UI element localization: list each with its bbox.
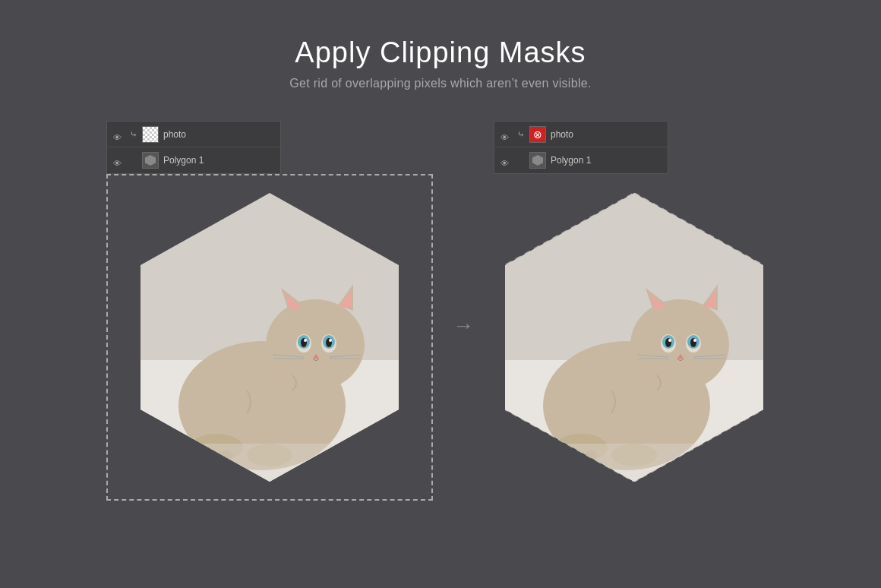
link-icon-right-photo: ⤷ xyxy=(517,129,525,140)
eye-icon-right-photo[interactable] xyxy=(500,130,513,139)
right-hex-wrapper-inner xyxy=(505,193,763,482)
svg-point-42 xyxy=(668,339,671,342)
right-panel: ⤷ photo ⤷ Polygon 1 xyxy=(494,121,775,501)
right-layers-panel: ⤷ photo ⤷ Polygon 1 xyxy=(494,121,668,174)
left-layers-panel: ⤷ photo ⤷ Polygon 1 xyxy=(106,121,281,174)
svg-point-15 xyxy=(329,339,332,342)
main-content: ⤷ photo ⤷ Polygon 1 xyxy=(0,121,881,501)
thumb-photo-left xyxy=(142,126,159,143)
left-layer-name-photo: photo xyxy=(163,129,186,140)
arrow-container: → xyxy=(433,147,494,474)
right-layer-row-polygon[interactable]: ⤷ Polygon 1 xyxy=(494,147,668,173)
right-layer-name-polygon: Polygon 1 xyxy=(551,155,591,166)
thumb-photo-right xyxy=(529,126,546,143)
left-hex-container xyxy=(106,174,433,501)
svg-rect-26 xyxy=(141,444,399,482)
svg-point-3 xyxy=(266,299,365,390)
svg-point-14 xyxy=(304,339,307,342)
svg-point-31 xyxy=(630,299,729,390)
direction-arrow: → xyxy=(453,314,474,338)
right-layer-name-photo: photo xyxy=(551,129,573,140)
right-image-wrapper xyxy=(494,174,775,501)
left-layer-row-photo[interactable]: ⤷ photo xyxy=(107,122,280,147)
page-header: Apply Clipping Masks Get rid of overlapp… xyxy=(0,0,881,113)
svg-point-43 xyxy=(693,339,696,342)
link-icon-left-photo: ⤷ xyxy=(130,129,137,140)
left-layer-row-polygon[interactable]: ⤷ Polygon 1 xyxy=(107,147,280,173)
left-image-wrapper xyxy=(106,174,433,501)
left-layer-name-polygon: Polygon 1 xyxy=(163,155,204,166)
svg-point-23 xyxy=(201,450,213,460)
page-title: Apply Clipping Masks xyxy=(0,36,881,69)
left-hex-image xyxy=(141,193,399,482)
left-cat-illustration xyxy=(141,193,399,482)
eye-icon-left-photo[interactable] xyxy=(113,130,125,139)
page-subtitle: Get rid of overlapping pixels which aren… xyxy=(0,77,881,90)
thumb-polygon-left xyxy=(142,152,159,169)
eye-icon-left-polygon[interactable] xyxy=(113,156,125,165)
eye-icon-right-polygon[interactable] xyxy=(500,156,513,165)
thumb-polygon-right xyxy=(529,152,546,169)
left-panel: ⤷ photo ⤷ Polygon 1 xyxy=(106,121,433,501)
right-layer-row-photo[interactable]: ⤷ photo xyxy=(494,122,668,147)
